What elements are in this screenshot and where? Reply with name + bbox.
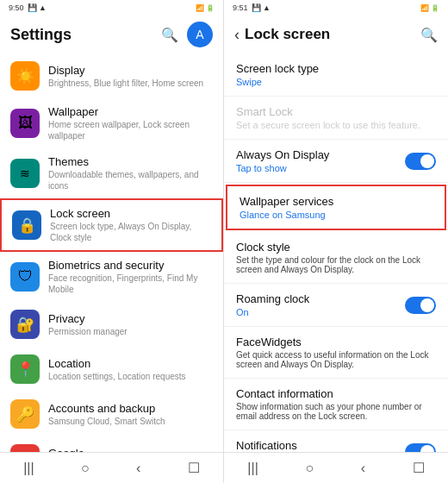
left-top-icons: 🔍 A: [161, 22, 213, 47]
clock-style-sub: Set the type and colour for the clock on…: [236, 255, 436, 274]
privacy-subtitle: Permission manager: [48, 326, 213, 337]
always-on-display-title: Always On Display: [236, 148, 329, 161]
wallpaper-services-sub: Glance on Samsung: [240, 210, 432, 220]
left-status-right: 📶 🔋: [196, 4, 215, 12]
sidebar-item-wallpaper[interactable]: 🖼 Wallpaper Home screen wallpaper, Lock …: [0, 98, 223, 148]
right-nav-back[interactable]: ‹: [361, 461, 365, 476]
contact-info-sub: Show information such as your phone numb…: [236, 402, 436, 421]
sidebar-item-location[interactable]: 📍 Location Location settings, Location r…: [0, 347, 223, 392]
wallpaper-title: Wallpaper: [48, 105, 213, 118]
roaming-clock-toggle[interactable]: [405, 297, 436, 314]
left-status-icons: 💾 ▲: [28, 3, 47, 12]
left-page-title: Settings: [10, 26, 161, 44]
location-icon: 📍: [10, 354, 40, 384]
lock-screen-title: Lock screen: [50, 207, 211, 220]
sidebar-item-lock-screen[interactable]: 🔒 Lock screen Screen lock type, Always O…: [0, 198, 223, 252]
display-icon: ☀️: [10, 61, 40, 91]
screen-lock-type-title: Screen lock type: [236, 62, 436, 75]
left-search-icon[interactable]: 🔍: [161, 27, 178, 43]
always-on-display-sub: Tap to show: [236, 163, 329, 173]
always-on-display-toggle[interactable]: [405, 153, 436, 170]
facewidgets-title: FaceWidgets: [236, 336, 436, 348]
themes-subtitle: Downloadable themes, wallpapers, and ico…: [48, 169, 213, 191]
sidebar-item-privacy[interactable]: 🔐 Privacy Permission manager: [0, 302, 223, 347]
google-icon: G: [10, 444, 40, 452]
accounts-icon: 🔑: [10, 399, 40, 429]
location-subtitle: Location settings, Location requests: [48, 371, 213, 382]
smart-lock-title: Smart Lock: [236, 105, 436, 118]
sidebar-item-google[interactable]: G Google Google settings: [0, 436, 223, 452]
privacy-icon: 🔐: [10, 310, 40, 339]
left-bottom-nav: ||| ○ ‹ ☐: [0, 452, 223, 483]
display-subtitle: Brightness, Blue light filter, Home scre…: [48, 78, 213, 89]
left-status-bar: 9:50 💾 ▲ 📶 🔋: [0, 0, 223, 16]
google-title: Google: [48, 447, 213, 453]
left-nav-back[interactable]: ‹: [136, 461, 140, 476]
biometrics-subtitle: Face recognition, Fingerprints, Find My …: [48, 273, 213, 295]
display-title: Display: [48, 64, 213, 77]
roaming-clock-sub: On: [236, 307, 309, 317]
left-time: 9:50: [9, 3, 24, 12]
accounts-subtitle: Samsung Cloud, Smart Switch: [48, 416, 213, 427]
smart-lock-sub: Set a secure screen lock to use this fea…: [236, 120, 436, 130]
themes-title: Themes: [48, 155, 213, 168]
setting-row-contact-info[interactable]: Contact information Show information suc…: [224, 379, 448, 430]
left-top-bar: Settings 🔍 A: [0, 16, 223, 53]
right-page-title: Lock screen: [245, 26, 415, 43]
wallpaper-icon: 🖼: [10, 109, 40, 138]
wallpaper-subtitle: Home screen wallpaper, Lock screen wallp…: [48, 119, 213, 141]
right-status-left: 9:51 💾 ▲: [233, 3, 271, 12]
right-nav-recent[interactable]: |||: [247, 461, 258, 476]
back-button[interactable]: ‹: [234, 26, 240, 44]
setting-row-facewidgets[interactable]: FaceWidgets Get quick access to useful i…: [224, 327, 448, 379]
facewidgets-sub: Get quick access to useful information o…: [236, 350, 436, 369]
right-bottom-nav: ||| ○ ‹ ☐: [224, 452, 448, 483]
right-status-bar: 9:51 💾 ▲ 📶 🔋: [224, 0, 448, 16]
right-search-icon[interactable]: 🔍: [420, 27, 438, 43]
sidebar-item-display[interactable]: ☀️ Display Brightness, Blue light filter…: [0, 53, 223, 98]
right-nav-home[interactable]: ○: [305, 461, 314, 476]
setting-row-roaming-clock[interactable]: Roaming clock On: [224, 284, 448, 327]
setting-row-smart-lock[interactable]: Smart Lock Set a secure screen lock to u…: [224, 97, 448, 140]
sidebar-item-themes[interactable]: ≋ Themes Downloadable themes, wallpapers…: [0, 148, 223, 198]
accounts-title: Accounts and backup: [48, 402, 213, 415]
left-nav-recent[interactable]: |||: [23, 461, 34, 476]
lock-screen-subtitle: Screen lock type, Always On Display, Clo…: [50, 221, 211, 243]
right-nav-apps[interactable]: ☐: [413, 460, 425, 476]
setting-row-always-on-display[interactable]: Always On Display Tap to show: [224, 140, 448, 183]
left-nav-apps[interactable]: ☐: [188, 460, 200, 476]
contact-info-title: Contact information: [236, 387, 436, 400]
setting-row-screen-lock-type[interactable]: Screen lock type Swipe: [224, 53, 448, 97]
left-nav-home[interactable]: ○: [81, 461, 90, 476]
location-title: Location: [48, 357, 213, 370]
left-status-left: 9:50 💾 ▲: [9, 3, 47, 12]
right-back-bar: ‹ Lock screen 🔍: [224, 16, 448, 53]
themes-icon: ≋: [10, 159, 40, 188]
right-status-right: 📶 🔋: [420, 4, 439, 12]
sidebar-item-biometrics[interactable]: 🛡 Biometrics and security Face recogniti…: [0, 252, 223, 302]
wallpaper-services-title: Wallpaper services: [240, 195, 432, 208]
sidebar-item-accounts[interactable]: 🔑 Accounts and backup Samsung Cloud, Sma…: [0, 392, 223, 436]
notifications-toggle[interactable]: [405, 443, 436, 453]
right-settings-list: Screen lock type Swipe Smart Lock Set a …: [224, 53, 448, 452]
right-time: 9:51: [233, 3, 248, 12]
roaming-clock-title: Roaming clock: [236, 292, 309, 305]
screen-lock-type-sub: Swipe: [236, 77, 436, 87]
lock-screen-icon: 🔒: [12, 210, 41, 240]
notifications-title: Notifications: [236, 439, 297, 452]
setting-row-wallpaper-services[interactable]: Wallpaper services Glance on Samsung: [226, 185, 446, 230]
left-panel: 9:50 💾 ▲ 📶 🔋 Settings 🔍 A ☀️ Display Bri…: [0, 0, 224, 483]
biometrics-title: Biometrics and security: [48, 259, 213, 272]
setting-row-clock-style[interactable]: Clock style Set the type and colour for …: [224, 232, 448, 284]
right-panel: 9:51 💾 ▲ 📶 🔋 ‹ Lock screen 🔍 Screen lock…: [224, 0, 448, 483]
clock-style-title: Clock style: [236, 241, 436, 254]
privacy-title: Privacy: [48, 312, 213, 325]
left-avatar[interactable]: A: [187, 22, 213, 47]
setting-row-notifications[interactable]: Notifications On: [224, 430, 448, 452]
biometrics-icon: 🛡: [10, 262, 40, 292]
left-settings-list: ☀️ Display Brightness, Blue light filter…: [0, 53, 223, 452]
